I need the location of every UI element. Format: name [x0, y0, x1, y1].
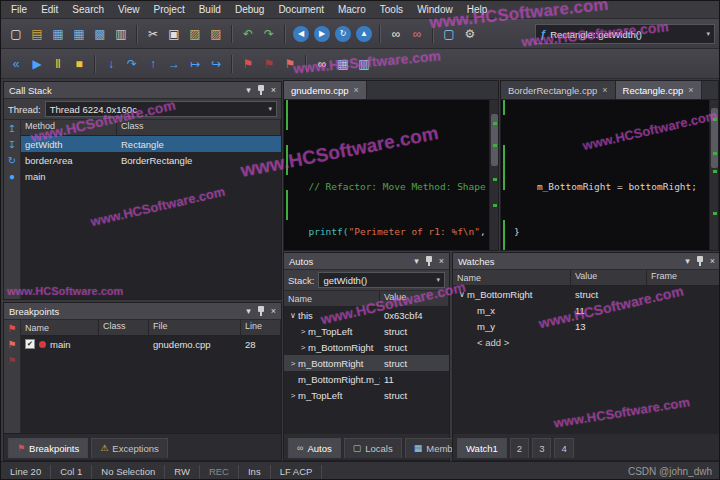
tab-borderrectangle-cpp[interactable]: BorderRectangle.cpp × — [501, 81, 616, 99]
close-icon[interactable]: × — [688, 85, 693, 95]
tab-locals[interactable]: ▢ Locals — [344, 438, 402, 458]
menu-build[interactable]: Build — [192, 1, 228, 18]
jump-to-line-icon[interactable]: ↪ — [206, 54, 226, 74]
expander-icon[interactable]: > — [298, 343, 308, 352]
call-stack-row[interactable]: main — [21, 168, 281, 184]
column-header-name[interactable]: Name — [21, 320, 99, 335]
save-icon[interactable]: ▦ — [48, 24, 68, 44]
column-header-frame[interactable]: Frame — [647, 270, 720, 285]
cut-icon[interactable]: ✂ — [143, 24, 163, 44]
column-header-line[interactable]: Line — [241, 320, 281, 335]
run-to-start-icon[interactable]: « — [6, 54, 26, 74]
thread-combo[interactable]: Thread 6224.0x160c ▾ — [45, 101, 277, 117]
chevron-down-icon[interactable]: ▾ — [246, 86, 251, 95]
menu-file[interactable]: File — [4, 1, 34, 18]
undo-icon[interactable]: ↶ — [238, 24, 258, 44]
expander-icon[interactable]: ∨ — [288, 311, 298, 320]
code-editor-rectangle[interactable]: m_BottomRight = bottomRight; } float Rec… — [501, 100, 709, 250]
pin-icon[interactable] — [425, 256, 433, 267]
memory-view-icon[interactable]: ▦ — [333, 54, 353, 74]
stack-frame-icon[interactable]: ● — [9, 172, 15, 182]
save-as-icon[interactable]: ▦ — [69, 24, 89, 44]
breakpoint-remove-icon[interactable]: ⚑ — [8, 340, 17, 350]
cpu-registers-icon[interactable]: ▥ — [354, 54, 374, 74]
expander-icon[interactable]: > — [288, 391, 298, 400]
tab-rectangle-cpp[interactable]: Rectangle.cpp × — [616, 81, 702, 99]
variable-row[interactable]: >m_TopLeft struct — [284, 387, 449, 403]
paste-icon[interactable]: ▨ — [185, 24, 205, 44]
tab-gnudemo-cpp[interactable]: gnudemo.cpp × — [284, 81, 367, 99]
chevron-down-icon[interactable]: ▾ — [706, 30, 710, 38]
expander-icon[interactable]: ∨ — [457, 290, 467, 299]
chevron-down-icon[interactable]: ▾ — [414, 257, 419, 266]
disable-breakpoint-icon[interactable]: ⚑ — [259, 54, 279, 74]
expander-icon[interactable]: > — [298, 327, 308, 336]
menu-debug[interactable]: Debug — [228, 1, 271, 18]
tab-watch3[interactable]: 3 — [532, 438, 551, 458]
stack-down-icon[interactable]: ↧ — [8, 140, 16, 150]
column-header-file[interactable]: File — [149, 320, 241, 335]
step-into-icon[interactable]: ↓ — [101, 54, 121, 74]
tab-breakpoints[interactable]: ⚑ Breakpoints — [8, 438, 88, 458]
menu-view[interactable]: View — [111, 1, 147, 18]
chevron-down-icon[interactable]: ▾ — [268, 105, 272, 113]
debug-pause-icon[interactable]: Ⅱ — [48, 54, 68, 74]
tab-exceptions[interactable]: ⚠ Exceptions — [91, 438, 168, 458]
pin-icon[interactable] — [696, 256, 704, 267]
variable-row[interactable]: m_BottomRight.m_x 11 — [284, 371, 449, 387]
tab-autos[interactable]: ∞ Autos — [288, 438, 341, 458]
code-editor-gnudemo[interactable]: // Refactor: Move Method: Shape printf("… — [284, 100, 489, 250]
toggle-breakpoint-icon[interactable]: ⚑ — [238, 54, 258, 74]
call-stack-row[interactable]: borderArea BorderRectangle — [21, 152, 281, 168]
debug-run-icon[interactable]: ▶ — [27, 54, 47, 74]
column-header-name[interactable]: Name — [453, 270, 571, 285]
copy-icon[interactable]: ▣ — [164, 24, 184, 44]
pin-icon[interactable] — [257, 306, 265, 317]
watch-row[interactable]: ∨m_BottomRight struct — [453, 286, 720, 302]
editor-scrollbar[interactable] — [489, 100, 498, 250]
variable-row[interactable]: >m_TopLeft struct — [284, 323, 449, 339]
close-icon[interactable]: × — [271, 86, 276, 95]
tab-watch1[interactable]: Watch1 — [457, 438, 507, 458]
run-to-cursor-icon[interactable]: → — [164, 54, 184, 74]
menu-edit[interactable]: Edit — [34, 1, 65, 18]
breakpoint-enabled-checkbox[interactable]: ✔ — [25, 339, 35, 349]
new-file-icon[interactable]: ▢ — [6, 24, 26, 44]
close-icon[interactable]: × — [710, 257, 715, 266]
step-over-icon[interactable]: ↷ — [122, 54, 142, 74]
menu-search[interactable]: Search — [65, 1, 111, 18]
print-icon[interactable]: ▥ — [111, 24, 131, 44]
gear-icon[interactable]: ⚙ — [460, 24, 480, 44]
monitor-icon[interactable]: ▢ — [439, 24, 459, 44]
close-icon[interactable]: × — [439, 257, 444, 266]
step-out-icon[interactable]: ↑ — [143, 54, 163, 74]
close-icon[interactable]: × — [602, 85, 607, 95]
stack-up-icon[interactable]: ↥ — [8, 124, 16, 134]
variable-row[interactable]: >m_BottomRight struct — [284, 339, 449, 355]
menu-help[interactable]: Help — [460, 1, 495, 18]
debug-stop-icon[interactable]: ■ — [69, 54, 89, 74]
pin-icon[interactable] — [257, 85, 265, 96]
variable-row[interactable]: ∨this 0x63cbf4 — [284, 307, 449, 323]
function-combo[interactable]: ƒ Rectangle::getWidth() ▾ — [535, 24, 715, 44]
chevron-down-icon[interactable]: ▾ — [436, 276, 440, 284]
open-folder-icon[interactable]: ▤ — [27, 24, 47, 44]
breakpoint-row[interactable]: ✔ main gnudemo.cpp 28 — [21, 336, 281, 352]
menu-tools[interactable]: Tools — [373, 1, 410, 18]
nav-forward-icon[interactable]: ▶ — [314, 26, 330, 42]
column-header-class[interactable]: Class — [99, 320, 149, 335]
scrollbar-thumb[interactable] — [711, 108, 718, 168]
breakpoint-add-icon[interactable]: ⚑ — [8, 324, 17, 334]
step-instruction-icon[interactable]: ↦ — [185, 54, 205, 74]
column-header-value[interactable]: Value — [380, 291, 449, 306]
redo-icon[interactable]: ↷ — [259, 24, 279, 44]
close-icon[interactable]: × — [354, 85, 359, 95]
column-header-class[interactable]: Class — [117, 120, 281, 135]
stack-refresh-icon[interactable]: ↻ — [8, 156, 16, 166]
column-header-name[interactable]: Name — [284, 291, 380, 306]
watch-row[interactable]: m_x 11 — [453, 302, 720, 318]
save-all-icon[interactable]: ▩ — [90, 24, 110, 44]
column-header-method[interactable]: Method — [21, 120, 117, 135]
nav-back-icon[interactable]: ◀ — [293, 26, 309, 42]
stack-combo[interactable]: getWidth() ▾ — [318, 272, 445, 288]
